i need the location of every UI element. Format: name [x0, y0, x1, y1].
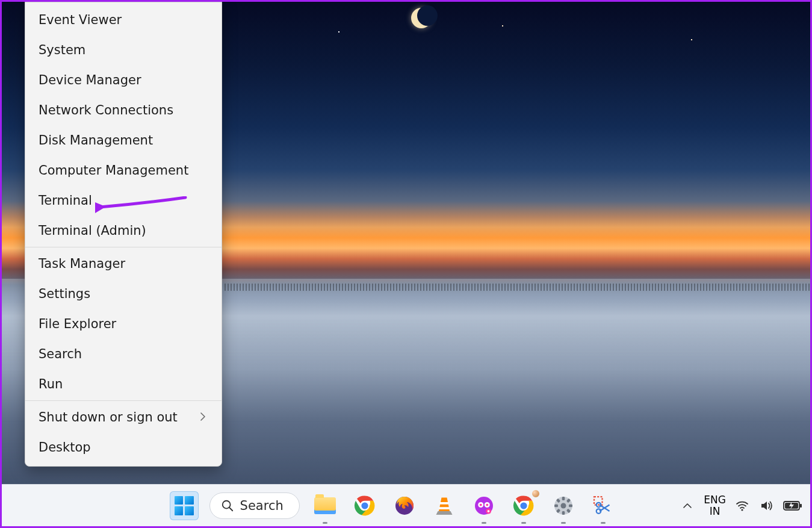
- menu-label: Desktop: [39, 440, 91, 455]
- taskbar-search[interactable]: Search: [209, 492, 300, 519]
- running-indicator: [323, 522, 327, 524]
- menu-item-device-manager[interactable]: Device Manager: [25, 65, 222, 95]
- menu-label: Task Manager: [39, 256, 125, 271]
- menu-item-network-connections[interactable]: Network Connections: [25, 95, 222, 125]
- chrome-logo-icon: [513, 495, 535, 517]
- firefox-logo-icon: [394, 495, 415, 517]
- menu-label: Event Viewer: [39, 13, 122, 27]
- chevron-right-icon: [200, 412, 206, 423]
- moon-graphic: [411, 8, 432, 28]
- running-indicator: [482, 522, 486, 524]
- battery-button[interactable]: [783, 498, 803, 514]
- vlc-logo-icon: [433, 495, 455, 517]
- start-button[interactable]: [170, 491, 199, 520]
- search-icon: [221, 499, 234, 512]
- svg-point-12: [486, 503, 488, 506]
- menu-item-event-viewer[interactable]: Event Viewer: [25, 5, 222, 35]
- menu-label: Search: [39, 347, 82, 361]
- svg-line-1: [229, 507, 232, 511]
- language-indicator[interactable]: ENG IN: [704, 494, 726, 517]
- svg-point-30: [597, 509, 601, 514]
- taskbar: Search: [2, 484, 810, 526]
- running-indicator: [601, 522, 606, 524]
- profile-avatar-badge: [531, 489, 541, 498]
- menu-item-settings[interactable]: Settings: [25, 279, 222, 309]
- winx-context-menu: Event Viewer System Device Manager Netwo…: [25, 2, 222, 467]
- menu-item-disk-management[interactable]: Disk Management: [25, 125, 222, 155]
- chrome-profile-icon[interactable]: [509, 491, 538, 520]
- menu-item-run[interactable]: Run: [25, 369, 222, 399]
- menu-label: Terminal (Admin): [39, 223, 146, 238]
- svg-rect-23: [569, 504, 572, 507]
- menu-label: Network Connections: [39, 103, 173, 117]
- search-label: Search: [240, 498, 284, 513]
- svg-point-11: [480, 503, 482, 506]
- menu-label: Terminal: [39, 193, 92, 208]
- menu-label: System: [39, 43, 85, 57]
- file-explorer-icon[interactable]: [311, 491, 339, 520]
- vlc-icon[interactable]: [430, 491, 459, 520]
- menu-label: Shut down or sign out: [39, 410, 178, 424]
- menu-item-task-manager[interactable]: Task Manager: [25, 249, 222, 279]
- language-top: ENG: [704, 494, 726, 506]
- chrome-icon[interactable]: [350, 491, 379, 520]
- menu-label: Settings: [39, 287, 90, 301]
- menu-item-system[interactable]: System: [25, 35, 222, 65]
- svg-point-14: [487, 510, 489, 512]
- volume-icon: [759, 498, 773, 513]
- settings-icon[interactable]: [549, 491, 578, 520]
- tray-overflow-button[interactable]: [680, 498, 695, 514]
- menu-item-terminal[interactable]: Terminal: [25, 185, 222, 216]
- folder-icon: [314, 497, 336, 514]
- menu-label: Disk Management: [39, 133, 153, 148]
- chevron-up-icon: [682, 500, 693, 511]
- firefox-icon[interactable]: [390, 491, 419, 520]
- wifi-button[interactable]: [734, 498, 750, 514]
- desktop-wallpaper[interactable]: Event Viewer System Device Manager Netwo…: [2, 2, 810, 526]
- taskbar-tray: ENG IN: [680, 494, 803, 517]
- svg-rect-33: [800, 504, 802, 508]
- wifi-icon: [735, 498, 749, 513]
- menu-item-terminal-admin[interactable]: Terminal (Admin): [25, 216, 222, 246]
- menu-label: Device Manager: [39, 73, 141, 87]
- menu-item-desktop[interactable]: Desktop: [25, 432, 222, 462]
- windows-logo-icon: [175, 496, 194, 515]
- snip-logo-icon: [592, 495, 614, 517]
- menu-item-computer-management[interactable]: Computer Management: [25, 155, 222, 185]
- volume-button[interactable]: [758, 498, 774, 514]
- svg-rect-6: [439, 502, 448, 505]
- menu-label: Run: [39, 377, 63, 391]
- language-bottom: IN: [710, 506, 721, 517]
- gear-icon: [553, 495, 574, 517]
- taskbar-center: Search: [170, 491, 618, 520]
- running-indicator: [561, 522, 566, 524]
- menu-item-search[interactable]: Search: [25, 339, 222, 369]
- svg-rect-22: [554, 504, 558, 507]
- svg-rect-21: [562, 511, 565, 515]
- snipping-tool-icon[interactable]: [589, 491, 618, 520]
- recorder-logo-icon: [473, 495, 495, 517]
- menu-item-file-explorer[interactable]: File Explorer: [25, 309, 222, 339]
- chrome-logo-icon: [354, 495, 376, 517]
- screen-recorder-icon[interactable]: [470, 491, 498, 520]
- menu-label: Computer Management: [39, 163, 188, 178]
- svg-point-31: [741, 509, 743, 511]
- menu-separator: [25, 247, 222, 247]
- menu-separator: [25, 400, 222, 401]
- menu-item-shutdown[interactable]: Shut down or sign out: [25, 402, 222, 432]
- battery-icon: [783, 500, 802, 512]
- svg-rect-7: [439, 507, 450, 509]
- menu-label: File Explorer: [39, 317, 116, 331]
- svg-point-19: [560, 503, 566, 508]
- running-indicator: [521, 522, 526, 524]
- svg-rect-20: [562, 497, 565, 500]
